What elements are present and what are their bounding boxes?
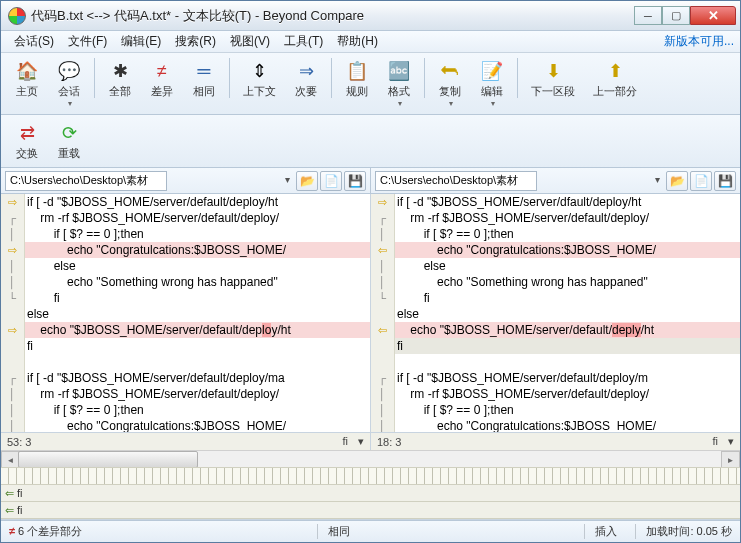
- rules-icon: 📋: [345, 59, 369, 83]
- left-browse-button[interactable]: 📂: [296, 171, 318, 191]
- context-icon: ⇕: [248, 59, 272, 83]
- next-button[interactable]: ⬇下一区段: [523, 56, 583, 102]
- context-button[interactable]: ⇕上下文: [235, 56, 284, 102]
- dropdown-icon[interactable]: ▾: [728, 435, 734, 448]
- code-line[interactable]: else: [25, 306, 370, 322]
- minor-button[interactable]: ⇒次要: [286, 56, 326, 102]
- menu-help[interactable]: 帮助(H): [330, 31, 385, 52]
- code-line[interactable]: if [ -d "$JBOSS_HOME/server/default/depl…: [25, 370, 370, 386]
- right-path-input[interactable]: [375, 171, 537, 191]
- right-path-group: 📂 📄 💾: [370, 168, 740, 193]
- code-line[interactable]: if [ $? == 0 ];then: [395, 402, 740, 418]
- code-line[interactable]: if [ $? == 0 ];then: [395, 226, 740, 242]
- home-button[interactable]: 🏠主页: [7, 56, 47, 102]
- status-time: 加载时间: 0.05 秒: [635, 524, 732, 539]
- menu-search[interactable]: 搜索(R): [168, 31, 223, 52]
- code-line[interactable]: else: [25, 258, 370, 274]
- code-line[interactable]: fi: [395, 290, 740, 306]
- menu-tools[interactable]: 工具(T): [277, 31, 330, 52]
- maximize-button[interactable]: ▢: [662, 6, 690, 25]
- ruler: [1, 467, 740, 485]
- code-line[interactable]: if [ -d "$JBOSS_HOME/server/default/depl…: [395, 370, 740, 386]
- code-line[interactable]: echo "Congratulcations:$JBOSS_HOME/: [25, 242, 370, 258]
- code-line[interactable]: [395, 354, 740, 370]
- minor-icon: ⇒: [294, 59, 318, 83]
- menu-view[interactable]: 视图(V): [223, 31, 277, 52]
- right-save-button[interactable]: 💾: [714, 171, 736, 191]
- path-bar: 📂 📄 💾 📂 📄 💾: [1, 168, 740, 194]
- asterisk-icon: ✱: [108, 59, 132, 83]
- down-arrow-icon: ⬇: [541, 59, 565, 83]
- code-line[interactable]: fi: [25, 338, 370, 354]
- code-line[interactable]: echo "Congratulcations:$JBOSS_HOME/: [395, 418, 740, 432]
- minimize-button[interactable]: ─: [634, 6, 662, 25]
- code-line[interactable]: [25, 354, 370, 370]
- swap-icon: ⇄: [15, 121, 39, 145]
- code-line[interactable]: echo "Something wrong has happaned": [395, 274, 740, 290]
- statusbar: ≠ 6 个差异部分 相同 插入 加载时间: 0.05 秒: [1, 520, 740, 542]
- swap-button[interactable]: ⇄交换: [7, 118, 47, 164]
- code-line[interactable]: if [ $? == 0 ];then: [25, 402, 370, 418]
- not-equal-icon: ≠: [150, 59, 174, 83]
- code-line[interactable]: if [ -d "$JBOSS_HOME/server/dfault/deplo…: [395, 194, 740, 210]
- reload-button[interactable]: ⟳重载: [49, 118, 89, 164]
- code-line[interactable]: echo "$JBOSS_HOME/server/default/deply/h…: [395, 322, 740, 338]
- code-line[interactable]: echo "Something wrong has happaned": [25, 274, 370, 290]
- code-line[interactable]: rm -rf $JBOSS_HOME/server/default/deploy…: [395, 386, 740, 402]
- menu-session[interactable]: 会话(S): [7, 31, 61, 52]
- menu-file[interactable]: 文件(F): [61, 31, 114, 52]
- copy-icon: ⮪: [438, 59, 462, 83]
- titlebar[interactable]: 代码B.txt <--> 代码A.txt* - 文本比较(T) - Beyond…: [1, 1, 740, 31]
- left-pane-status: 53: 3 fi▾: [1, 432, 370, 450]
- arrow-left-icon: ⇐: [5, 487, 14, 500]
- left-save-button[interactable]: 💾: [344, 171, 366, 191]
- update-link[interactable]: 新版本可用...: [664, 33, 734, 50]
- right-code[interactable]: ⇨┌│⇦││└⇦┌│││ if [ -d "$JBOSS_HOME/server…: [371, 194, 740, 432]
- code-line[interactable]: else: [395, 306, 740, 322]
- left-path-input[interactable]: [5, 171, 167, 191]
- code-line[interactable]: fi: [25, 290, 370, 306]
- app-window: 代码B.txt <--> 代码A.txt* - 文本比较(T) - Beyond…: [0, 0, 741, 543]
- dropdown-icon[interactable]: ▾: [358, 435, 364, 448]
- copy-button[interactable]: ⮪复制▾: [430, 56, 470, 111]
- left-cursor-pos: 53: 3: [7, 436, 31, 448]
- left-code[interactable]: ⇨┌│⇨││└⇨┌│││ if [ -d "$JBOSS_HOME/server…: [1, 194, 370, 432]
- bottom-tab-1[interactable]: ⇐fi: [1, 485, 740, 502]
- right-cursor-pos: 18: 3: [377, 436, 401, 448]
- code-line[interactable]: else: [395, 258, 740, 274]
- same-button[interactable]: ═相同: [184, 56, 224, 102]
- diff-mark-icon: ≠: [9, 525, 15, 537]
- code-line[interactable]: fi: [395, 338, 740, 354]
- code-line[interactable]: echo "Congratulcations:$JBOSS_HOME/: [395, 242, 740, 258]
- left-open-button[interactable]: 📄: [320, 171, 342, 191]
- code-line[interactable]: rm -rf $JBOSS_HOME/server/default/deploy…: [395, 210, 740, 226]
- session-icon: 💬: [57, 59, 81, 83]
- code-line[interactable]: echo "Congratulcations:$JBOSS_HOME/: [25, 418, 370, 432]
- arrow-left-icon: ⇐: [5, 504, 14, 517]
- code-line[interactable]: if [ $? == 0 ];then: [25, 226, 370, 242]
- status-mode: 插入: [584, 524, 617, 539]
- rules-button[interactable]: 📋规则: [337, 56, 377, 102]
- prev-button[interactable]: ⬆上一部分: [585, 56, 645, 102]
- right-open-button[interactable]: 📄: [690, 171, 712, 191]
- edit-button[interactable]: 📝编辑▾: [472, 56, 512, 111]
- diff-button[interactable]: ≠差异: [142, 56, 182, 102]
- horizontal-scrollbar[interactable]: [1, 450, 740, 467]
- up-arrow-icon: ⬆: [603, 59, 627, 83]
- toolbar-main: 🏠主页 💬会话▾ ✱全部 ≠差异 ═相同 ⇕上下文 ⇒次要 📋规则 🔤格式▾ ⮪…: [1, 53, 740, 115]
- format-button[interactable]: 🔤格式▾: [379, 56, 419, 111]
- toolbar-secondary: ⇄交换 ⟳重载: [1, 115, 740, 168]
- session-button[interactable]: 💬会话▾: [49, 56, 89, 111]
- bottom-tab-2[interactable]: ⇐fi: [1, 502, 740, 519]
- menu-edit[interactable]: 编辑(E): [114, 31, 168, 52]
- right-pane: ⇨┌│⇦││└⇦┌│││ if [ -d "$JBOSS_HOME/server…: [371, 194, 740, 450]
- left-pane: ⇨┌│⇨││└⇨┌│││ if [ -d "$JBOSS_HOME/server…: [1, 194, 371, 450]
- code-line[interactable]: if [ -d "$JBOSS_HOME/server/default/depl…: [25, 194, 370, 210]
- all-button[interactable]: ✱全部: [100, 56, 140, 102]
- scroll-thumb[interactable]: [18, 451, 198, 468]
- code-line[interactable]: rm -rf $JBOSS_HOME/server/default/deploy…: [25, 386, 370, 402]
- right-browse-button[interactable]: 📂: [666, 171, 688, 191]
- code-line[interactable]: rm -rf $JBOSS_HOME/server/default/deploy…: [25, 210, 370, 226]
- code-line[interactable]: echo "$JBOSS_HOME/server/default/deploy/…: [25, 322, 370, 338]
- close-button[interactable]: ✕: [690, 6, 736, 25]
